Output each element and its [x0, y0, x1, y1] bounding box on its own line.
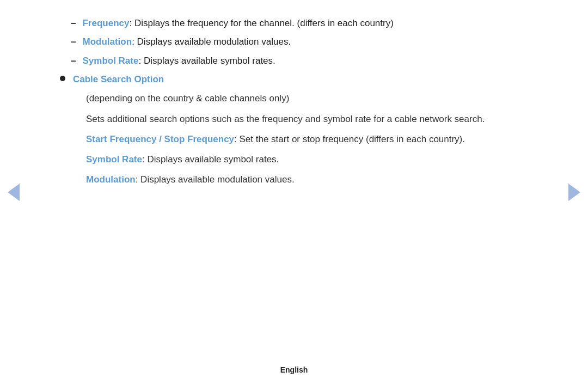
modulation-item: Modulation: Displays available modulatio… [86, 172, 485, 187]
cable-search-note: (depending on the country & cable channe… [86, 91, 485, 106]
term-cable-search-option: Cable Search Option [73, 74, 164, 84]
start-stop-frequency-description: : Set the start or stop frequency (diffe… [234, 134, 465, 144]
modulation-description: : Displays available modulation values. [132, 36, 291, 47]
page-container: – Frequency: Displays the frequency for … [0, 0, 588, 384]
nav-arrow-left[interactable] [8, 184, 20, 201]
dash-symbol: – [71, 54, 76, 68]
footer-language: English [280, 365, 308, 374]
dash-symbol: – [71, 35, 76, 49]
dash-item-text: Frequency: Displays the frequency for th… [82, 16, 393, 31]
bullet-item-heading: Cable Search Option [73, 72, 485, 87]
list-item: – Frequency: Displays the frequency for … [71, 16, 528, 31]
bullet-list: Cable Search Option (depending on the co… [60, 72, 528, 192]
term-modulation-2: Modulation [86, 174, 136, 185]
list-item: – Symbol Rate: Displays available symbol… [71, 54, 528, 68]
symbol-rate-item: Symbol Rate: Displays available symbol r… [86, 152, 485, 167]
content-area: – Frequency: Displays the frequency for … [0, 0, 588, 359]
bullet-dot [60, 76, 65, 81]
term-modulation: Modulation [82, 36, 132, 47]
list-item: Cable Search Option (depending on the co… [60, 72, 528, 192]
symbol-rate-description-2: : Displays available symbol rates. [142, 154, 279, 164]
dash-item-text: Symbol Rate: Displays available symbol r… [82, 54, 275, 68]
modulation-description-2: : Displays available modulation values. [136, 174, 295, 185]
term-frequency: Frequency [82, 18, 129, 28]
sub-content: (depending on the country & cable channe… [86, 91, 485, 187]
term-symbol-rate: Symbol Rate [82, 56, 138, 66]
symbol-rate-description: : Displays available symbol rates. [138, 56, 275, 66]
start-stop-frequency-item: Start Frequency / Stop Frequency: Set th… [86, 132, 485, 147]
dash-symbol: – [71, 16, 76, 31]
nav-arrow-right[interactable] [568, 184, 580, 201]
cable-search-description: Sets additional search options such as t… [86, 112, 485, 126]
frequency-description: : Displays the frequency for the channel… [129, 18, 393, 28]
footer: English [0, 359, 588, 384]
dash-item-text: Modulation: Displays available modulatio… [82, 35, 291, 49]
term-start-stop-frequency: Start Frequency / Stop Frequency [86, 134, 234, 144]
term-symbol-rate-2: Symbol Rate [86, 154, 142, 164]
bullet-item-content: Cable Search Option (depending on the co… [73, 72, 485, 192]
list-item: – Modulation: Displays available modulat… [71, 35, 528, 49]
dash-list: – Frequency: Displays the frequency for … [71, 16, 528, 68]
